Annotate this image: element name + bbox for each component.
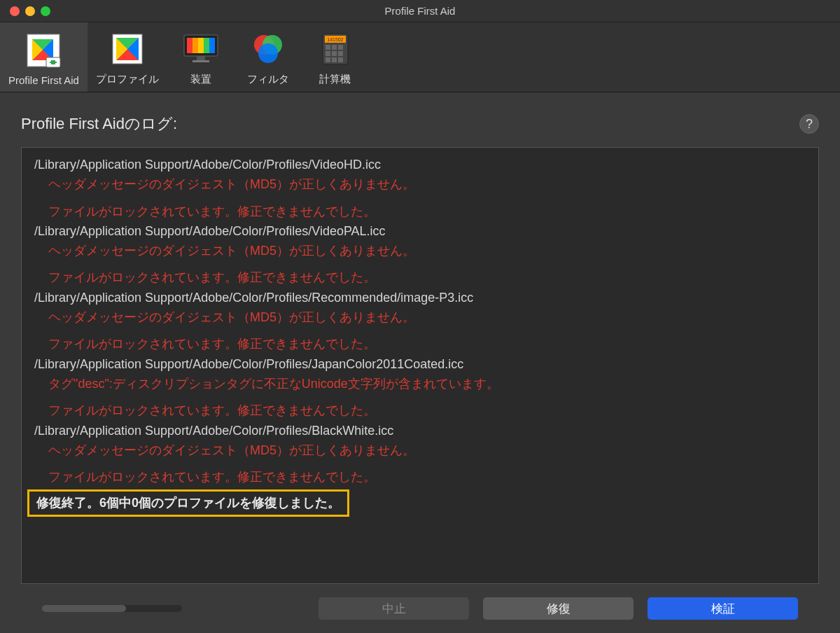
toolbar-label: Profile First Aid (8, 74, 79, 86)
log-error: タグ"desc":ディスクリプションタグに不正なUnicode文字列が含まれてい… (22, 374, 818, 394)
log-error: ヘッダメッセージのダイジェスト（MD5）が正しくありません。 (22, 174, 818, 194)
profile-first-aid-icon (24, 31, 63, 70)
header-row: Profile First Aidのログ: ? (21, 113, 819, 134)
toolbar-label: 装置 (190, 73, 211, 86)
app-window: Profile First Aid Profile First Aid (0, 0, 840, 633)
footer: 中止 修復 検証 (21, 584, 819, 633)
svg-rect-28 (338, 57, 343, 62)
toolbar: Profile First Aid プロファイル (0, 22, 840, 92)
svg-rect-21 (332, 45, 337, 50)
log-path: /Library/Application Support/Adobe/Color… (22, 155, 818, 174)
svg-rect-10 (204, 38, 209, 53)
svg-rect-13 (192, 60, 209, 62)
svg-rect-7 (187, 38, 192, 53)
svg-rect-9 (198, 38, 204, 53)
svg-rect-11 (209, 38, 215, 53)
log-heading: Profile First Aidのログ: (21, 113, 799, 134)
stop-button: 中止 (318, 597, 469, 620)
log-path: /Library/Application Support/Adobe/Color… (22, 354, 818, 374)
toolbar-item-profile-first-aid[interactable]: Profile First Aid (0, 22, 88, 92)
titlebar: Profile First Aid (0, 0, 840, 22)
log-error: ファイルがロックされています。修正できませんでした。 (22, 267, 818, 287)
toolbar-label: 計算機 (319, 73, 351, 86)
svg-rect-20 (326, 45, 330, 50)
window-title: Profile First Aid (0, 5, 840, 17)
log-output[interactable]: /Library/Application Support/Adobe/Color… (21, 147, 819, 584)
svg-rect-8 (192, 38, 198, 53)
horizontal-scrollbar[interactable] (42, 605, 182, 612)
verify-button[interactable]: 検証 (648, 597, 798, 620)
svg-rect-27 (332, 57, 337, 62)
log-error: ヘッダメッセージのダイジェスト（MD5）が正しくありません。 (22, 440, 818, 460)
content-area: Profile First Aidのログ: ? /Library/Applica… (0, 92, 840, 633)
svg-rect-22 (338, 45, 343, 50)
svg-rect-24 (332, 51, 337, 56)
calculator-icon: 141502 (316, 29, 355, 69)
minimize-window-button[interactable] (25, 6, 35, 16)
log-error: ファイルがロックされています。修正できませんでした。 (22, 334, 818, 354)
summary-text: 修復終了。6個中0個のプロファイルを修復しました。 (36, 494, 340, 511)
toolbar-item-device[interactable]: 装置 (167, 22, 234, 92)
device-icon (181, 29, 220, 69)
log-error: ファイルがロックされています。修正できませんでした。 (22, 202, 818, 221)
profile-icon (108, 29, 147, 69)
svg-rect-26 (326, 57, 330, 62)
filter-icon (248, 29, 288, 69)
svg-point-16 (258, 43, 278, 63)
svg-text:141502: 141502 (327, 37, 343, 42)
scrollbar-thumb[interactable] (42, 605, 126, 612)
help-button[interactable]: ? (799, 114, 819, 134)
svg-rect-25 (338, 51, 343, 56)
toolbar-item-profile[interactable]: プロファイル (88, 22, 167, 92)
summary-highlight: 修復終了。6個中0個のプロファイルを修復しました。 (27, 489, 349, 516)
traffic-lights (0, 6, 50, 16)
close-window-button[interactable] (10, 6, 20, 16)
toolbar-label: プロファイル (96, 73, 159, 86)
log-error: ファイルがロックされています。修正できませんでした。 (22, 401, 818, 420)
log-error: ヘッダメッセージのダイジェスト（MD5）が正しくありません。 (22, 307, 818, 327)
toolbar-label: フィルタ (247, 73, 289, 86)
log-path: /Library/Application Support/Adobe/Color… (22, 221, 818, 241)
toolbar-item-calculator[interactable]: 141502 計算機 (302, 22, 369, 92)
toolbar-item-filter[interactable]: フィルタ (234, 22, 302, 92)
log-path: /Library/Application Support/Adobe/Color… (22, 421, 818, 440)
svg-rect-3 (50, 62, 57, 63)
log-path: /Library/Application Support/Adobe/Color… (22, 288, 818, 307)
svg-rect-23 (326, 51, 330, 56)
repair-button[interactable]: 修復 (483, 597, 634, 620)
svg-rect-12 (197, 56, 205, 60)
maximize-window-button[interactable] (41, 6, 50, 16)
log-error: ヘッダメッセージのダイジェスト（MD5）が正しくありません。 (22, 241, 818, 260)
log-error: ファイルがロックされています。修正できませんでした。 (22, 467, 818, 487)
